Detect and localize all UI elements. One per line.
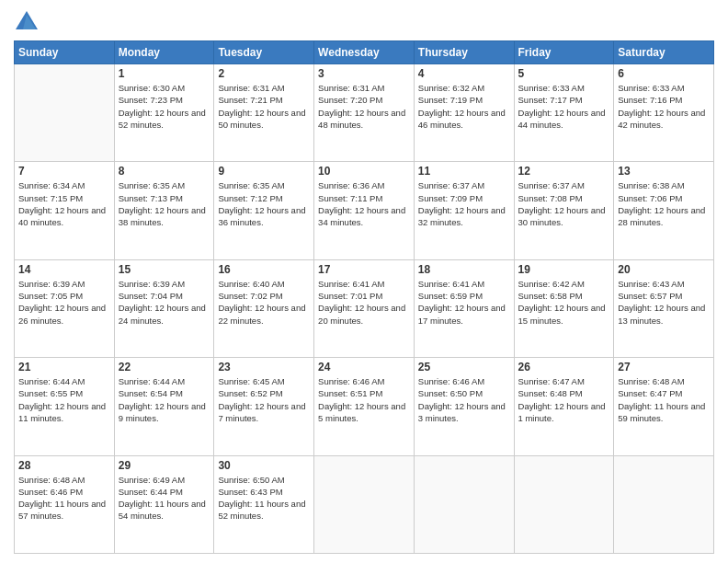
day-number: 14 [18, 263, 110, 276]
weekday-header-tuesday: Tuesday [214, 41, 314, 64]
calendar-cell: 18Sunrise: 6:41 AMSunset: 6:59 PMDayligh… [414, 259, 514, 357]
cell-details: Sunrise: 6:31 AMSunset: 7:21 PMDaylight:… [218, 82, 310, 131]
cell-details: Sunrise: 6:49 AMSunset: 6:44 PMDaylight:… [119, 474, 210, 523]
calendar-cell: 7Sunrise: 6:34 AMSunset: 7:15 PMDaylight… [15, 162, 115, 259]
calendar-cell: 12Sunrise: 6:37 AMSunset: 7:08 PMDayligh… [514, 162, 614, 259]
cell-details: Sunrise: 6:31 AMSunset: 7:20 PMDaylight:… [318, 82, 410, 131]
calendar-cell: 27Sunrise: 6:48 AMSunset: 6:47 PMDayligh… [614, 358, 714, 455]
calendar-cell: 1Sunrise: 6:30 AMSunset: 7:23 PMDaylight… [114, 64, 214, 162]
cell-details: Sunrise: 6:50 AMSunset: 6:43 PMDaylight:… [218, 474, 310, 523]
day-number: 15 [119, 263, 210, 276]
calendar-week-row: 14Sunrise: 6:39 AMSunset: 7:05 PMDayligh… [15, 259, 714, 357]
day-number: 18 [418, 263, 510, 276]
day-number: 4 [418, 67, 510, 80]
calendar-cell: 14Sunrise: 6:39 AMSunset: 7:05 PMDayligh… [15, 259, 115, 357]
cell-details: Sunrise: 6:36 AMSunset: 7:11 PMDaylight:… [318, 179, 410, 228]
day-number: 30 [218, 459, 310, 472]
calendar-cell [614, 455, 714, 553]
cell-details: Sunrise: 6:48 AMSunset: 6:47 PMDaylight:… [618, 375, 710, 424]
weekday-header-friday: Friday [514, 41, 614, 64]
day-number: 23 [218, 361, 310, 373]
calendar-cell: 8Sunrise: 6:35 AMSunset: 7:13 PMDaylight… [114, 162, 214, 259]
calendar-week-row: 1Sunrise: 6:30 AMSunset: 7:23 PMDaylight… [15, 64, 714, 162]
day-number: 2 [218, 67, 310, 80]
calendar-cell: 6Sunrise: 6:33 AMSunset: 7:16 PMDaylight… [614, 64, 714, 162]
day-number: 19 [518, 263, 610, 276]
cell-details: Sunrise: 6:43 AMSunset: 6:57 PMDaylight:… [618, 278, 710, 327]
logo-icon [14, 9, 40, 35]
day-number: 21 [18, 361, 110, 373]
weekday-header-row: SundayMondayTuesdayWednesdayThursdayFrid… [15, 41, 714, 64]
calendar-cell: 25Sunrise: 6:46 AMSunset: 6:50 PMDayligh… [414, 358, 514, 455]
cell-details: Sunrise: 6:37 AMSunset: 7:09 PMDaylight:… [418, 179, 510, 228]
calendar-cell: 23Sunrise: 6:45 AMSunset: 6:52 PMDayligh… [214, 358, 314, 455]
day-number: 5 [518, 67, 610, 80]
day-number: 8 [119, 165, 210, 178]
day-number: 12 [518, 165, 610, 178]
calendar-cell [414, 455, 514, 553]
calendar-cell: 30Sunrise: 6:50 AMSunset: 6:43 PMDayligh… [214, 455, 314, 553]
cell-details: Sunrise: 6:35 AMSunset: 7:12 PMDaylight:… [218, 179, 310, 228]
cell-details: Sunrise: 6:30 AMSunset: 7:23 PMDaylight:… [119, 82, 210, 131]
calendar-cell: 21Sunrise: 6:44 AMSunset: 6:55 PMDayligh… [15, 358, 115, 455]
calendar-cell: 10Sunrise: 6:36 AMSunset: 7:11 PMDayligh… [314, 162, 415, 259]
calendar-week-row: 21Sunrise: 6:44 AMSunset: 6:55 PMDayligh… [15, 358, 714, 455]
cell-details: Sunrise: 6:32 AMSunset: 7:19 PMDaylight:… [418, 82, 510, 131]
day-number: 25 [418, 361, 510, 373]
day-number: 13 [618, 165, 710, 178]
cell-details: Sunrise: 6:33 AMSunset: 7:17 PMDaylight:… [518, 82, 610, 131]
cell-details: Sunrise: 6:37 AMSunset: 7:08 PMDaylight:… [518, 179, 610, 228]
weekday-header-wednesday: Wednesday [314, 41, 415, 64]
calendar-cell: 5Sunrise: 6:33 AMSunset: 7:17 PMDaylight… [514, 64, 614, 162]
calendar-cell [15, 64, 115, 162]
weekday-header-thursday: Thursday [414, 41, 514, 64]
cell-details: Sunrise: 6:45 AMSunset: 6:52 PMDaylight:… [218, 375, 310, 424]
weekday-header-saturday: Saturday [614, 41, 714, 64]
calendar-cell: 29Sunrise: 6:49 AMSunset: 6:44 PMDayligh… [114, 455, 214, 553]
calendar-cell: 4Sunrise: 6:32 AMSunset: 7:19 PMDaylight… [414, 64, 514, 162]
calendar-week-row: 7Sunrise: 6:34 AMSunset: 7:15 PMDaylight… [15, 162, 714, 259]
calendar-cell: 13Sunrise: 6:38 AMSunset: 7:06 PMDayligh… [614, 162, 714, 259]
calendar-cell: 22Sunrise: 6:44 AMSunset: 6:54 PMDayligh… [114, 358, 214, 455]
calendar-cell: 16Sunrise: 6:40 AMSunset: 7:02 PMDayligh… [214, 259, 314, 357]
calendar-cell: 28Sunrise: 6:48 AMSunset: 6:46 PMDayligh… [15, 455, 115, 553]
page: SundayMondayTuesdayWednesdayThursdayFrid… [0, 0, 728, 563]
day-number: 26 [518, 361, 610, 373]
day-number: 3 [318, 67, 410, 80]
cell-details: Sunrise: 6:34 AMSunset: 7:15 PMDaylight:… [18, 179, 110, 228]
calendar-cell: 17Sunrise: 6:41 AMSunset: 7:01 PMDayligh… [314, 259, 415, 357]
calendar-table: SundayMondayTuesdayWednesdayThursdayFrid… [14, 40, 714, 554]
day-number: 27 [618, 361, 710, 373]
cell-details: Sunrise: 6:41 AMSunset: 6:59 PMDaylight:… [418, 278, 510, 327]
cell-details: Sunrise: 6:40 AMSunset: 7:02 PMDaylight:… [218, 278, 310, 327]
cell-details: Sunrise: 6:46 AMSunset: 6:51 PMDaylight:… [318, 375, 410, 424]
calendar-cell: 20Sunrise: 6:43 AMSunset: 6:57 PMDayligh… [614, 259, 714, 357]
cell-details: Sunrise: 6:46 AMSunset: 6:50 PMDaylight:… [418, 375, 510, 424]
day-number: 9 [218, 165, 310, 178]
calendar-cell [314, 455, 415, 553]
calendar-cell [514, 455, 614, 553]
day-number: 7 [18, 165, 110, 178]
calendar-cell: 3Sunrise: 6:31 AMSunset: 7:20 PMDaylight… [314, 64, 415, 162]
calendar-cell: 9Sunrise: 6:35 AMSunset: 7:12 PMDaylight… [214, 162, 314, 259]
calendar-cell: 19Sunrise: 6:42 AMSunset: 6:58 PMDayligh… [514, 259, 614, 357]
day-number: 24 [318, 361, 410, 373]
day-number: 6 [618, 67, 710, 80]
calendar-cell: 26Sunrise: 6:47 AMSunset: 6:48 PMDayligh… [514, 358, 614, 455]
day-number: 29 [119, 459, 210, 472]
calendar-cell: 24Sunrise: 6:46 AMSunset: 6:51 PMDayligh… [314, 358, 415, 455]
day-number: 10 [318, 165, 410, 178]
day-number: 22 [119, 361, 210, 373]
day-number: 11 [418, 165, 510, 178]
calendar-cell: 15Sunrise: 6:39 AMSunset: 7:04 PMDayligh… [114, 259, 214, 357]
weekday-header-sunday: Sunday [15, 41, 115, 64]
cell-details: Sunrise: 6:48 AMSunset: 6:46 PMDaylight:… [18, 474, 110, 523]
cell-details: Sunrise: 6:41 AMSunset: 7:01 PMDaylight:… [318, 278, 410, 327]
logo [14, 9, 43, 35]
cell-details: Sunrise: 6:39 AMSunset: 7:04 PMDaylight:… [119, 278, 210, 327]
calendar-cell: 11Sunrise: 6:37 AMSunset: 7:09 PMDayligh… [414, 162, 514, 259]
cell-details: Sunrise: 6:33 AMSunset: 7:16 PMDaylight:… [618, 82, 710, 131]
day-number: 17 [318, 263, 410, 276]
cell-details: Sunrise: 6:38 AMSunset: 7:06 PMDaylight:… [618, 179, 710, 228]
cell-details: Sunrise: 6:47 AMSunset: 6:48 PMDaylight:… [518, 375, 610, 424]
